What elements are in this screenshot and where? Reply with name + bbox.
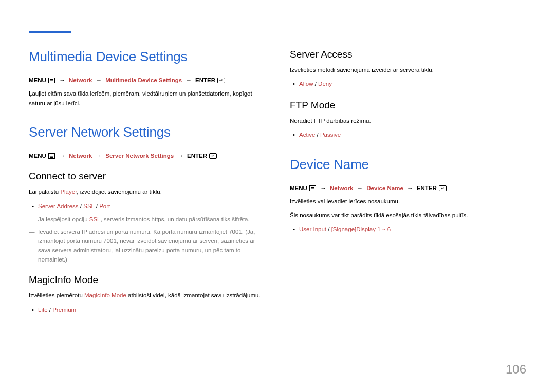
magicinfo-desc: Izvēlieties piemērotu MagicInfo Mode atb… [29, 291, 265, 300]
crumb-current: Multimedia Device Settings [105, 77, 182, 83]
list-item: User Input / [Signage]Display 1 ~ 6 [290, 224, 526, 235]
multimedia-desc: Ļaujiet citām sava tīkla ierīcēm, piemēr… [29, 89, 265, 108]
ftp-heading: FTP Mode [290, 100, 526, 111]
crumb-network: Network [330, 185, 353, 191]
left-column: Multimedia Device Settings MENU → Networ… [29, 49, 265, 332]
port-note: Ievadiet servera IP adresi un porta numu… [29, 228, 265, 264]
arrow-icon: → [59, 153, 65, 159]
menu-icon [309, 185, 316, 191]
crumb-menu: MENU [29, 153, 46, 159]
multimedia-section: Multimedia Device Settings MENU → Networ… [29, 49, 265, 108]
server-access-heading: Server Access [290, 49, 526, 60]
arrow-icon: → [177, 153, 183, 159]
device-name-desc2: Šis nosaukums var tikt parādīts tīklā es… [290, 211, 526, 220]
connect-heading: Connect to server [29, 171, 265, 182]
multimedia-title: Multimedia Device Settings [29, 49, 265, 65]
server-network-breadcrumb: MENU → Network → Server Network Settings… [29, 152, 265, 160]
ssl-note: Ja iespējosit opciju SSL, serveris izman… [29, 215, 265, 225]
server-network-section: Server Network Settings MENU → Network →… [29, 124, 265, 315]
device-name-section: Device Name MENU → Network → Device Name… [290, 157, 526, 235]
enter-icon [209, 153, 217, 159]
menu-icon [48, 153, 55, 159]
connect-desc: Lai palaistu Player, izveidojiet savieno… [29, 187, 265, 196]
list-item: Server Address / SSL / Port [29, 201, 265, 212]
arrow-icon: → [96, 77, 102, 83]
list-item: Lite / Premium [29, 305, 265, 315]
arrow-icon: → [407, 185, 413, 191]
crumb-network: Network [69, 153, 92, 159]
server-network-title: Server Network Settings [29, 124, 265, 140]
enter-icon [439, 185, 447, 191]
device-name-breadcrumb: MENU → Network → Device Name → ENTER [290, 184, 526, 193]
magicinfo-options: Lite / Premium [29, 305, 265, 315]
multimedia-breadcrumb: MENU → Network → Multimedia Device Setti… [29, 76, 265, 85]
device-name-options: User Input / [Signage]Display 1 ~ 6 [290, 224, 526, 235]
device-name-title: Device Name [290, 157, 526, 173]
device-name-desc1: Izvēlieties vai ievadiet ierīces nosauku… [290, 197, 526, 206]
list-item: Allow / Deny [290, 79, 526, 89]
connect-options: Server Address / SSL / Port [29, 201, 265, 212]
right-column: Server Access Izvēlieties metodi savieno… [290, 49, 526, 332]
crumb-current: Server Network Settings [105, 153, 174, 159]
header-rule [81, 32, 526, 32]
header-accent-bar [29, 31, 71, 33]
crumb-menu: MENU [29, 77, 46, 83]
crumb-current: Device Name [366, 185, 403, 191]
crumb-enter: ENTER [187, 153, 207, 159]
magicinfo-heading: MagicInfo Mode [29, 274, 265, 286]
menu-icon [48, 78, 55, 83]
crumb-network: Network [69, 77, 92, 83]
enter-icon [217, 78, 225, 83]
page-number: 106 [506, 362, 526, 377]
arrow-icon: → [320, 185, 326, 191]
arrow-icon: → [357, 185, 363, 191]
arrow-icon: → [186, 77, 192, 83]
arrow-icon: → [96, 153, 102, 159]
crumb-enter: ENTER [195, 77, 215, 83]
arrow-icon: → [59, 77, 65, 83]
crumb-menu: MENU [290, 185, 307, 191]
content-columns: Multimedia Device Settings MENU → Networ… [29, 49, 526, 332]
ftp-desc: Norādiet FTP darbības režīmu. [290, 116, 526, 125]
server-access-options: Allow / Deny [290, 79, 526, 89]
list-item: Active / Passive [290, 129, 526, 140]
server-access-desc: Izvēlieties metodi savienojuma izveidei … [290, 65, 526, 74]
crumb-enter: ENTER [417, 185, 437, 191]
ftp-options: Active / Passive [290, 129, 526, 140]
